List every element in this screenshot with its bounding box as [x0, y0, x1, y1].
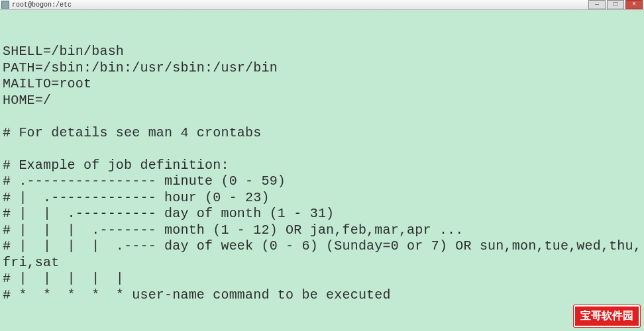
terminal-line: # Example of job definition: [3, 158, 641, 174]
terminal-line: SHELL=/bin/bash [3, 44, 641, 60]
terminal-line: # | .------------- hour (0 - 23) [3, 190, 641, 207]
terminal-line: MAILTO=root [3, 76, 641, 93]
terminal-line [3, 109, 641, 125]
terminal-line [3, 303, 641, 320]
terminal-editor[interactable]: SHELL=/bin/bashPATH=/sbin:/bin:/usr/sbin… [0, 10, 644, 331]
terminal-line: # * * * * * user-name command to be exec… [3, 287, 641, 304]
terminal-line: # .---------------- minute (0 - 59) [3, 173, 641, 190]
terminal-line: # | | .---------- day of month (1 - 31) [3, 206, 641, 222]
terminal-line [3, 141, 641, 158]
terminal-line: # | | | | | [3, 271, 641, 287]
maximize-button[interactable]: □ [607, 0, 624, 9]
terminal-line: # | | | | .---- day of week (0 - 6) (Sun… [3, 238, 641, 271]
watermark-badge: 宝哥软件园 [574, 305, 640, 327]
window-title: root@bogon:/etc [12, 1, 587, 9]
terminal-line: # | | | .------- month (1 - 12) OR jan,f… [3, 222, 641, 239]
terminal-line: # For details see man 4 crontabs [3, 125, 641, 142]
minimize-button[interactable]: ‒ [588, 0, 606, 9]
window-titlebar[interactable]: root@bogon:/etc ‒ □ × [0, 0, 644, 10]
terminal-line: PATH=/sbin:/bin:/usr/sbin:/usr/bin [3, 60, 641, 77]
app-icon [1, 1, 9, 9]
terminal-line: HOME=/ [3, 93, 641, 109]
terminal-window: root@bogon:/etc ‒ □ × SHELL=/bin/bashPAT… [0, 0, 644, 331]
close-button[interactable]: × [625, 0, 643, 9]
